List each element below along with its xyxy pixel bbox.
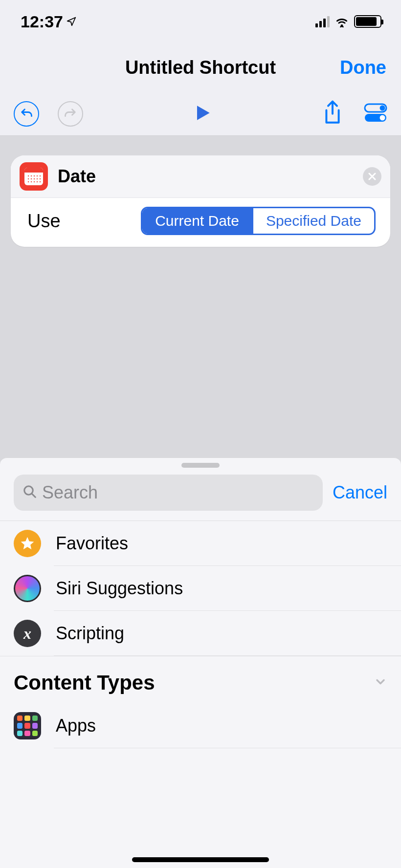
undo-button[interactable] [14,101,39,127]
apps-grid-icon [14,712,41,739]
list-item-label: Apps [56,716,96,736]
list-item-favorites[interactable]: Favorites [0,521,401,566]
remove-action-button[interactable] [363,167,381,186]
list-item-label: Favorites [56,533,128,554]
param-label-use: Use [27,211,61,232]
editor-toolbar [0,92,401,136]
wifi-icon [334,16,349,27]
actions-sheet[interactable]: Search Cancel Favorites Siri Suggestions… [0,457,401,868]
list-item-scripting[interactable]: x Scripting [0,611,401,656]
nav-bar: Untitled Shortcut Done [0,43,401,92]
location-arrow-icon [66,16,77,27]
done-button[interactable]: Done [340,57,386,78]
categories-list: Favorites Siri Suggestions x Scripting C… [0,521,401,748]
status-time: 12:37 [21,12,77,31]
clock-time: 12:37 [21,12,63,31]
list-item-siri-suggestions[interactable]: Siri Suggestions [0,566,401,611]
workflow-canvas[interactable]: Date Use Current Date Specified Date [0,136,401,463]
star-icon [14,530,41,557]
calendar-icon [20,162,48,191]
page-title: Untitled Shortcut [125,57,276,78]
siri-icon [14,575,41,602]
list-item-apps[interactable]: Apps [0,703,401,748]
redo-button[interactable] [58,101,83,127]
battery-icon [354,15,381,28]
svg-point-4 [380,115,385,120]
segmented-control-use[interactable]: Current Date Specified Date [141,207,376,235]
variable-x-icon: x [14,620,41,647]
list-item-label: Siri Suggestions [56,578,183,599]
cancel-button[interactable]: Cancel [333,482,387,503]
action-card-date[interactable]: Date Use Current Date Specified Date [11,155,390,247]
chevron-down-icon [374,675,387,691]
action-card-header: Date [11,155,390,198]
action-card-body: Use Current Date Specified Date [11,198,390,247]
search-icon [22,484,37,501]
cellular-signal-icon [315,16,330,27]
section-title: Content Types [14,671,155,694]
segment-specified-date[interactable]: Specified Date [252,208,374,234]
run-button[interactable] [192,101,213,127]
status-bar: 12:37 [0,0,401,43]
segment-current-date[interactable]: Current Date [142,208,252,234]
search-placeholder: Search [42,482,98,503]
settings-toggle-button[interactable] [364,101,387,127]
section-header-content-types[interactable]: Content Types [0,656,401,703]
list-item-label: Scripting [56,623,124,644]
svg-point-0 [341,24,343,27]
sheet-grabber[interactable] [181,463,220,468]
svg-point-2 [380,105,385,110]
search-input[interactable]: Search [14,475,323,511]
action-title: Date [58,166,96,187]
home-indicator[interactable] [132,857,269,862]
status-right-icons [315,15,381,28]
share-button[interactable] [322,100,343,128]
